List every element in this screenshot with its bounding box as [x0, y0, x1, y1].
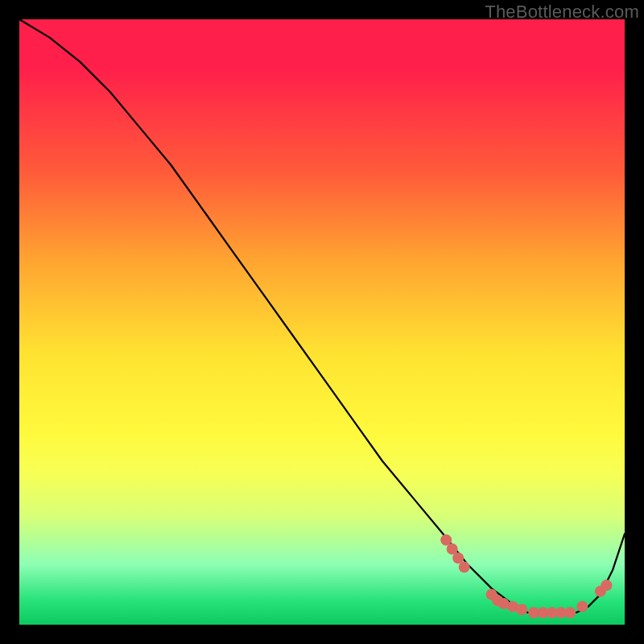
curve-line — [19, 19, 625, 613]
data-marker — [601, 580, 612, 591]
data-marker — [459, 562, 470, 573]
plot-area — [19, 19, 625, 625]
chart-frame: TheBottleneck.com — [0, 0, 644, 644]
watermark-text: TheBottleneck.com — [485, 2, 639, 23]
chart-svg — [19, 19, 625, 625]
data-marker — [564, 607, 576, 618]
markers-group — [440, 535, 612, 618]
data-marker — [516, 604, 527, 615]
data-marker — [576, 601, 588, 612]
